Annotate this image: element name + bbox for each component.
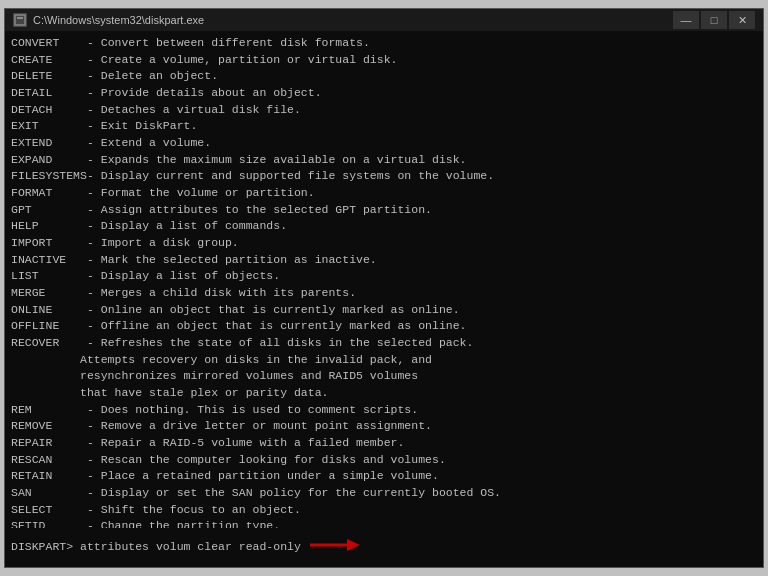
arrow-annotation bbox=[305, 531, 360, 562]
terminal-output: CONVERT - Convert between different disk… bbox=[5, 31, 763, 528]
svg-marker-3 bbox=[347, 539, 360, 551]
window-controls: — □ ✕ bbox=[673, 11, 755, 29]
title-bar-left: C:\Windows\system32\diskpart.exe bbox=[13, 13, 204, 27]
prompt-line: DISKPART> attributes volum clear read-on… bbox=[11, 531, 360, 562]
window-title: C:\Windows\system32\diskpart.exe bbox=[33, 14, 204, 26]
close-button[interactable]: ✕ bbox=[729, 11, 755, 29]
command-prompt-area: DISKPART> attributes volum clear read-on… bbox=[5, 528, 763, 567]
minimize-button[interactable]: — bbox=[673, 11, 699, 29]
terminal-window: C:\Windows\system32\diskpart.exe — □ ✕ C… bbox=[4, 8, 764, 568]
maximize-button[interactable]: □ bbox=[701, 11, 727, 29]
svg-rect-0 bbox=[15, 15, 25, 25]
window-icon bbox=[13, 13, 27, 27]
svg-rect-1 bbox=[17, 17, 23, 19]
red-arrow-icon bbox=[305, 531, 360, 559]
prompt-text: DISKPART> attributes volum clear read-on… bbox=[11, 540, 301, 553]
title-bar: C:\Windows\system32\diskpart.exe — □ ✕ bbox=[5, 9, 763, 31]
